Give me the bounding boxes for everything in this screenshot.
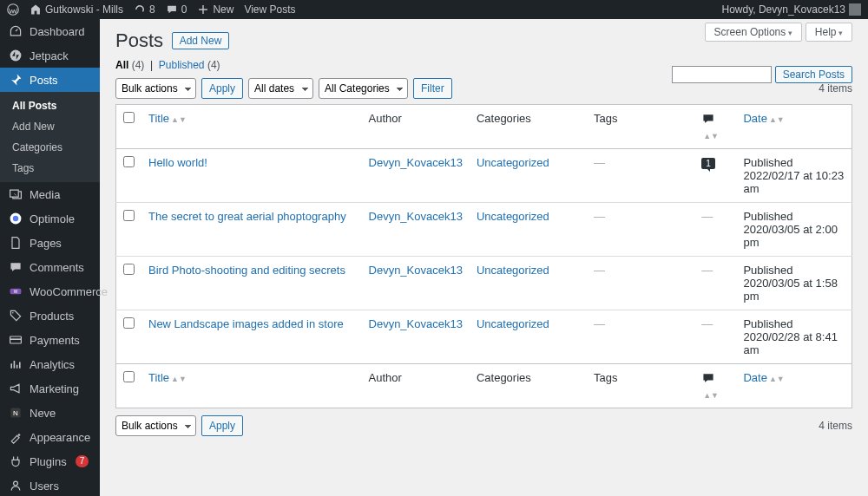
sidebar-item-plugins[interactable]: Plugins7 xyxy=(0,449,100,473)
sidebar-item-products[interactable]: Products xyxy=(0,303,100,328)
col-date[interactable]: Date▲▼ xyxy=(736,105,852,149)
bulk-actions-select-bottom[interactable]: Bulk actions xyxy=(115,415,196,436)
sidebar-item-optimole[interactable]: Optimole xyxy=(0,206,100,231)
apply-button-bottom[interactable]: Apply xyxy=(201,415,243,436)
sidebar-item-marketing[interactable]: Marketing xyxy=(0,376,100,401)
col-title[interactable]: Title▲▼ xyxy=(141,364,362,408)
post-title-link[interactable]: New Landscape images added in store xyxy=(148,317,344,330)
sidebar-item-jetpack[interactable]: Jetpack xyxy=(0,43,100,68)
woo-icon: W xyxy=(9,284,23,298)
sidebar-item-label: Comments xyxy=(30,261,84,274)
filter-published[interactable]: Published xyxy=(159,59,205,71)
sidebar-item-users[interactable]: Users xyxy=(0,473,100,496)
items-count: 4 items xyxy=(819,82,852,95)
admin-sidebar: DashboardJetpackPostsAll PostsAdd NewCat… xyxy=(0,19,100,496)
sidebar-item-payments[interactable]: Payments xyxy=(0,328,100,352)
add-new-button[interactable]: Add New xyxy=(172,32,230,49)
media-icon xyxy=(9,187,23,201)
new-link[interactable]: New xyxy=(197,3,233,16)
date-cell: Published2020/02/28 at 8:41 am xyxy=(736,310,852,364)
page-icon xyxy=(9,236,23,250)
col-categories: Categories xyxy=(470,105,587,149)
author-link[interactable]: Devyn_Kovacek13 xyxy=(369,317,463,330)
comment-count[interactable]: 1 xyxy=(701,158,715,169)
svg-text:N: N xyxy=(13,409,18,417)
sidebar-item-dashboard[interactable]: Dashboard xyxy=(0,19,100,43)
analytics-icon xyxy=(9,357,23,371)
users-icon xyxy=(9,479,23,493)
search-button[interactable]: Search Posts xyxy=(775,66,852,83)
sidebar-item-media[interactable]: Media xyxy=(0,182,100,206)
sidebar-item-analytics[interactable]: Analytics xyxy=(0,352,100,376)
table-row: The secret to great aerial phoptographyD… xyxy=(116,203,852,257)
author-link[interactable]: Devyn_Kovacek13 xyxy=(369,264,463,277)
submenu-item-all-posts[interactable]: All Posts xyxy=(0,95,100,116)
sidebar-item-neve[interactable]: NNeve xyxy=(0,401,100,425)
updates-link[interactable]: 8 xyxy=(134,3,155,16)
post-title-link[interactable]: The secret to great aerial phoptography xyxy=(148,210,346,223)
view-posts-link[interactable]: View Posts xyxy=(244,3,295,16)
appearance-icon xyxy=(9,430,23,444)
row-checkbox[interactable] xyxy=(123,317,135,329)
tags-value: — xyxy=(594,210,605,223)
sidebar-item-label: Optimole xyxy=(30,212,75,225)
sidebar-item-label: Posts xyxy=(30,74,58,87)
help-button[interactable]: Help xyxy=(806,23,852,42)
sidebar-item-label: Media xyxy=(30,188,60,201)
post-title-link[interactable]: Hello world! xyxy=(148,156,207,169)
sidebar-item-comments[interactable]: Comments xyxy=(0,255,100,279)
row-checkbox[interactable] xyxy=(123,156,135,167)
payments-icon xyxy=(9,333,23,347)
category-link[interactable]: Uncategorized xyxy=(477,210,549,223)
filter-button[interactable]: Filter xyxy=(413,78,452,99)
comment-icon xyxy=(9,260,23,274)
sidebar-item-label: Analytics xyxy=(30,358,75,371)
category-link[interactable]: Uncategorized xyxy=(477,317,549,330)
items-count-bottom: 4 items xyxy=(819,420,852,432)
submenu-item-categories[interactable]: Categories xyxy=(0,137,100,158)
svg-text:W: W xyxy=(14,290,18,294)
sidebar-item-woocommerce[interactable]: WWooCommerce xyxy=(0,279,100,303)
sidebar-item-label: WooCommerce xyxy=(30,285,108,298)
comment-count: — xyxy=(701,317,713,330)
wp-logo[interactable] xyxy=(7,3,19,16)
categories-select[interactable]: All Categories xyxy=(319,78,408,99)
sidebar-item-pages[interactable]: Pages xyxy=(0,231,100,255)
pin-icon xyxy=(9,73,23,87)
apply-button[interactable]: Apply xyxy=(201,78,243,99)
category-link[interactable]: Uncategorized xyxy=(477,264,549,277)
row-checkbox[interactable] xyxy=(123,210,135,221)
select-all-checkbox-bottom[interactable] xyxy=(123,371,135,382)
bulk-actions-select[interactable]: Bulk actions xyxy=(115,78,196,99)
avatar xyxy=(849,3,861,16)
filter-all[interactable]: All xyxy=(115,59,128,71)
sidebar-item-label: Pages xyxy=(30,237,62,250)
sidebar-item-appearance[interactable]: Appearance xyxy=(0,425,100,449)
table-row: Bird Photo-shooting and editing secretsD… xyxy=(116,257,852,310)
comments-link[interactable]: 0 xyxy=(166,3,187,16)
submenu-item-tags[interactable]: Tags xyxy=(0,158,100,179)
tags-value: — xyxy=(594,156,605,169)
author-link[interactable]: Devyn_Kovacek13 xyxy=(369,156,463,169)
svg-point-3 xyxy=(13,216,18,221)
row-checkbox[interactable] xyxy=(123,264,135,275)
category-link[interactable]: Uncategorized xyxy=(477,156,549,169)
submenu-item-add-new[interactable]: Add New xyxy=(0,116,100,137)
author-link[interactable]: Devyn_Kovacek13 xyxy=(369,210,463,223)
col-tags: Tags xyxy=(587,105,694,149)
screen-options-button[interactable]: Screen Options xyxy=(705,23,802,42)
col-comments[interactable]: ▲▼ xyxy=(694,105,736,149)
site-name[interactable]: Gutkowski - Mills xyxy=(30,3,123,16)
howdy-user[interactable]: Howdy, Devyn_Kovacek13 xyxy=(721,3,861,16)
date-cell: Published2022/02/17 at 10:23 am xyxy=(736,149,852,203)
search-box: Search Posts xyxy=(672,66,852,83)
post-title-link[interactable]: Bird Photo-shooting and editing secrets xyxy=(148,264,345,277)
sidebar-item-label: Products xyxy=(30,310,74,323)
col-title[interactable]: Title▲▼ xyxy=(141,105,362,149)
search-input[interactable] xyxy=(672,66,772,83)
sidebar-item-label: Marketing xyxy=(30,382,79,395)
dates-select[interactable]: All dates xyxy=(248,78,313,99)
sidebar-item-posts[interactable]: Posts xyxy=(0,68,100,92)
sort-icon: ▲▼ xyxy=(171,115,187,124)
select-all-checkbox[interactable] xyxy=(123,112,135,123)
